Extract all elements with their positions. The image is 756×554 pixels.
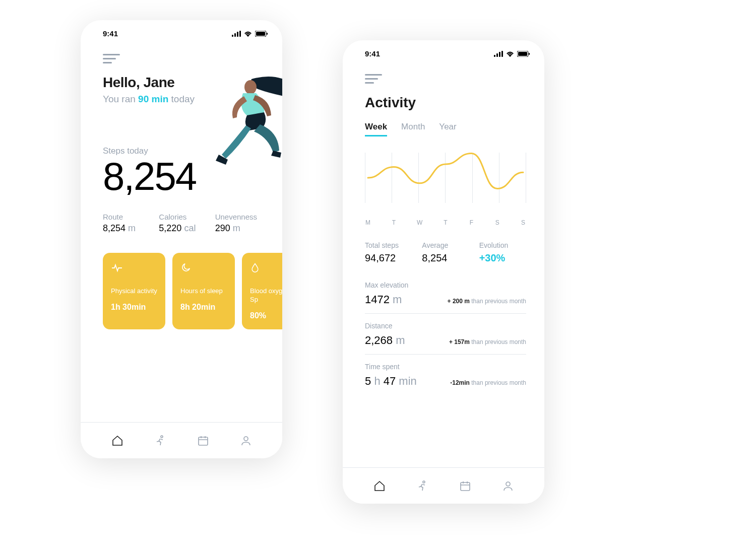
cellular-icon xyxy=(494,51,503,57)
home-screen: 9:41 Hello, Jane You ran 90 min today xyxy=(81,20,282,458)
home-icon xyxy=(111,435,123,447)
svg-rect-5 xyxy=(256,32,265,36)
card-title: Hours of sleep xyxy=(180,287,227,296)
svg-point-20 xyxy=(506,482,510,486)
tab-calendar[interactable] xyxy=(454,475,476,497)
metric-label: Route xyxy=(103,213,152,221)
summary-value: 8,254 xyxy=(422,252,469,264)
tab-activity[interactable] xyxy=(411,475,433,497)
status-icons xyxy=(494,51,530,57)
stat-row: 5 h 47 min -12min than previous month xyxy=(365,375,526,388)
menu-button[interactable] xyxy=(103,54,264,63)
subgreet-pre: You ran xyxy=(103,94,138,104)
summary-row: Total steps 94,672 Average 8,254 Evoluti… xyxy=(365,241,526,264)
running-icon xyxy=(416,480,428,492)
stat-value: 1472 m xyxy=(365,293,402,306)
wifi-icon xyxy=(244,31,252,37)
battery-icon xyxy=(517,51,530,57)
status-time: 9:41 xyxy=(365,49,380,58)
metric-calories: Calories 5,220 cal xyxy=(159,213,208,234)
stat-label: Max elevation xyxy=(365,281,526,289)
chart-line xyxy=(365,148,526,208)
battery-icon xyxy=(255,31,268,37)
svg-rect-11 xyxy=(494,55,495,57)
card-value: 1h 30min xyxy=(111,303,157,312)
metric-value: 5,220 cal xyxy=(159,223,208,234)
summary-label: Evolution xyxy=(479,241,526,249)
svg-rect-3 xyxy=(239,31,241,37)
summary-label: Total steps xyxy=(365,241,412,249)
summary-label: Average xyxy=(422,241,469,249)
tab-week[interactable]: Week xyxy=(365,122,387,136)
stat-label: Distance xyxy=(365,322,526,330)
tab-year[interactable]: Year xyxy=(439,122,456,136)
svg-point-7 xyxy=(244,80,257,94)
card-sleep[interactable]: Hours of sleep 8h 20min xyxy=(172,253,235,329)
activity-screen: 9:41 Activity Week Month Year MTWTFSS xyxy=(343,40,544,504)
stat-compare: + 157m than previous month xyxy=(449,338,526,345)
status-icons xyxy=(232,31,268,37)
svg-rect-14 xyxy=(501,51,503,57)
status-bar: 9:41 xyxy=(81,20,282,41)
metric-value: 290 m xyxy=(215,223,264,234)
stat-row: 1472 m + 200 m than previous month xyxy=(365,293,526,306)
svg-rect-0 xyxy=(232,35,233,37)
activity-chart xyxy=(365,148,526,213)
home-content: Hello, Jane You ran 90 min today xyxy=(81,41,282,329)
tab-home[interactable] xyxy=(368,475,391,497)
metric-label: Calories xyxy=(159,213,208,221)
tab-profile[interactable] xyxy=(235,430,257,452)
chart-xaxis: MTWTFSS xyxy=(365,219,526,226)
tab-profile[interactable] xyxy=(497,475,519,497)
menu-icon xyxy=(103,54,264,63)
tab-activity[interactable] xyxy=(149,430,171,452)
moon-icon xyxy=(180,262,227,274)
card-oxygen[interactable]: Blood oxygen Sp 80% xyxy=(242,253,282,329)
stat-distance: Distance 2,268 m + 157m than previous mo… xyxy=(365,322,526,355)
calendar-icon xyxy=(197,435,209,447)
wifi-icon xyxy=(506,51,514,57)
tab-month[interactable]: Month xyxy=(401,122,425,136)
user-icon xyxy=(240,435,252,447)
menu-button[interactable] xyxy=(365,74,526,84)
tab-bar xyxy=(343,467,544,504)
cellular-icon xyxy=(232,31,241,37)
svg-rect-6 xyxy=(267,33,268,35)
tab-calendar[interactable] xyxy=(192,430,214,452)
metric-route: Route 8,254 m xyxy=(103,213,152,234)
subgreet-highlight: 90 min xyxy=(138,94,168,104)
tab-home[interactable] xyxy=(106,430,129,452)
health-cards: Physical activity 1h 30min Hours of slee… xyxy=(103,253,282,329)
range-tabs: Week Month Year xyxy=(365,122,526,136)
svg-point-10 xyxy=(244,437,248,441)
calendar-icon xyxy=(459,480,471,492)
card-physical-activity[interactable]: Physical activity 1h 30min xyxy=(103,253,165,329)
svg-rect-9 xyxy=(199,437,208,445)
menu-icon xyxy=(365,74,526,84)
summary-evolution: Evolution +30% xyxy=(479,241,526,264)
home-icon xyxy=(373,480,386,492)
svg-rect-19 xyxy=(461,482,470,491)
runner-illustration xyxy=(204,72,282,173)
status-bar: 9:41 xyxy=(343,40,544,61)
svg-rect-17 xyxy=(529,53,530,55)
stat-time: Time spent 5 h 47 min -12min than previo… xyxy=(365,363,526,395)
metric-value: 8,254 m xyxy=(103,223,152,234)
card-value: 80% xyxy=(250,311,282,320)
svg-rect-1 xyxy=(234,33,236,37)
card-title: Physical activity xyxy=(111,287,157,296)
metrics-row: Route 8,254 m Calories 5,220 cal Unevenn… xyxy=(103,213,264,234)
user-icon xyxy=(502,480,514,492)
card-value: 8h 20min xyxy=(180,303,227,312)
stat-compare: -12min than previous month xyxy=(450,379,526,386)
metric-unevenness: Unevenness 290 m xyxy=(215,213,264,234)
summary-value: +30% xyxy=(479,252,526,264)
summary-total: Total steps 94,672 xyxy=(365,241,412,264)
droplet-icon xyxy=(250,262,282,274)
tab-bar xyxy=(81,422,282,458)
summary-value: 94,672 xyxy=(365,252,412,264)
svg-rect-12 xyxy=(496,53,498,57)
stat-compare: + 200 m than previous month xyxy=(448,298,526,305)
metric-label: Unevenness xyxy=(215,213,264,221)
subgreet-post: today xyxy=(168,94,195,104)
